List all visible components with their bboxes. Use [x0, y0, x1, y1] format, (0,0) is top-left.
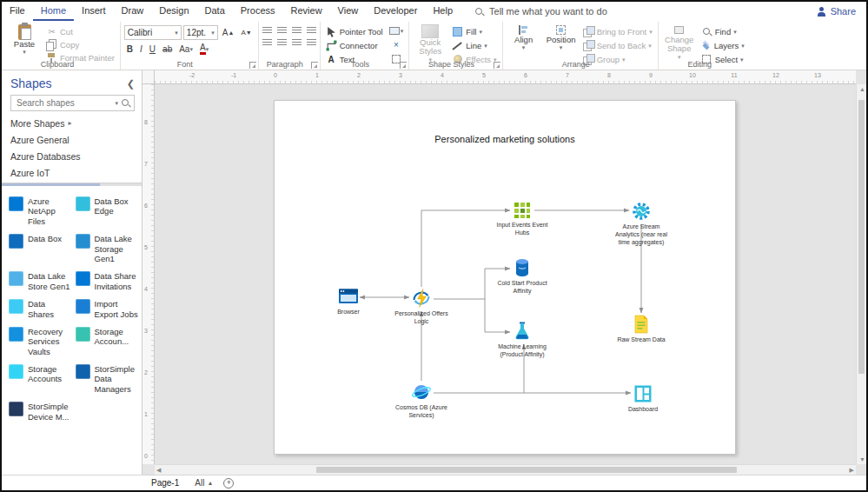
ribbon-group-editing: Change Shape ▾ Find▾ Layers▾ Select▾ Edi…: [659, 22, 750, 70]
tab-draw[interactable]: Draw: [114, 2, 152, 21]
stencil-more-shapes[interactable]: More Shapes▸: [2, 115, 142, 131]
fill-button[interactable]: Fill▾: [450, 25, 498, 37]
align-bottom-icon[interactable]: [292, 39, 301, 47]
align-right-icon[interactable]: [292, 27, 301, 35]
font-color-button[interactable]: A▾: [197, 43, 211, 56]
tab-design[interactable]: Design: [151, 2, 196, 21]
search-scope-caret-icon[interactable]: ▾: [115, 100, 118, 106]
change-shape-icon: [674, 26, 684, 34]
cut-button[interactable]: ✂Cut: [44, 25, 116, 37]
tab-help[interactable]: Help: [425, 2, 461, 21]
shape-item[interactable]: Data Lake Store Gen1: [9, 271, 74, 291]
position-button[interactable]: Position ▾: [544, 23, 579, 51]
bullets-icon[interactable]: [307, 27, 316, 35]
shape-styles-dialog-launcher[interactable]: [494, 62, 500, 69]
share-button[interactable]: Share: [817, 2, 866, 21]
rectangle-tool-button[interactable]: ▾: [388, 25, 406, 37]
all-pages-button[interactable]: All ▲: [195, 478, 213, 488]
text-rotate-icon[interactable]: [307, 39, 316, 47]
shape-item[interactable]: Data Lake Storage Gen1: [76, 234, 141, 263]
node-personalized-offers-logic[interactable]: Personalized Offers Logic: [391, 288, 452, 326]
vertical-scrollbar[interactable]: ▲ ▼: [856, 84, 866, 464]
shape-item[interactable]: StorSimple Data Managers: [76, 364, 141, 394]
node-raw-stream-data[interactable]: Raw Stream Data: [611, 314, 672, 344]
page-tab-page-1[interactable]: Page-1: [146, 475, 184, 490]
shape-search-icon[interactable]: [121, 98, 130, 108]
underline-button[interactable]: U: [147, 43, 158, 56]
tab-developer[interactable]: Developer: [366, 2, 425, 21]
tab-review[interactable]: Review: [283, 2, 330, 21]
ruler-label: -1: [231, 72, 236, 78]
tab-view[interactable]: View: [330, 2, 367, 21]
shape-item[interactable]: Import Export Jobs: [76, 299, 141, 319]
node-cosmos-db[interactable]: Cosmos DB (Azure Services): [391, 382, 452, 420]
paragraph-dialog-launcher[interactable]: [311, 62, 318, 69]
add-page-button[interactable]: +: [223, 478, 234, 489]
layers-button[interactable]: Layers▾: [699, 39, 746, 51]
change-shape-button[interactable]: Change Shape ▾: [662, 23, 697, 61]
pointer-tool-button[interactable]: Pointer Tool: [324, 25, 385, 37]
paste-button[interactable]: Paste ▾: [7, 23, 42, 56]
shape-icon: [76, 196, 90, 211]
align-left-icon[interactable]: [262, 27, 272, 35]
align-button[interactable]: Align ▾: [507, 23, 541, 51]
horizontal-scrollbar[interactable]: ◀ ▶: [155, 464, 856, 475]
shape-item[interactable]: StorSimple Device M...: [9, 402, 74, 422]
shape-item[interactable]: Data Box Edge: [76, 196, 141, 226]
shape-search-input[interactable]: [15, 97, 112, 109]
shape-item[interactable]: Data Box: [9, 234, 74, 263]
align-middle-icon[interactable]: [277, 39, 287, 47]
node-azure-stream-analytics[interactable]: Azure Stream Analytics (near real time a…: [611, 201, 672, 246]
copy-button[interactable]: Copy: [44, 38, 116, 50]
connection-point-button[interactable]: ×: [388, 39, 406, 50]
shrink-font-button[interactable]: A▼: [238, 26, 254, 39]
tab-process[interactable]: Process: [233, 2, 283, 21]
tab-insert[interactable]: Insert: [74, 2, 114, 21]
shape-grid: Azure NetApp FilesData Box EdgeData BoxD…: [2, 186, 142, 422]
shape-item[interactable]: Storage Accounts: [9, 364, 74, 394]
page[interactable]: Personalized marketing solutions Browser…: [274, 100, 736, 455]
find-button[interactable]: Find▾: [699, 25, 746, 37]
font-dialog-launcher[interactable]: [249, 62, 256, 69]
strikethrough-button[interactable]: ab: [160, 43, 175, 56]
font-family-combo[interactable]: Calibri▾: [124, 25, 182, 40]
horizontal-scrollbar-thumb[interactable]: [316, 467, 737, 473]
align-center-icon[interactable]: [277, 27, 287, 35]
grow-font-button[interactable]: A▲: [220, 26, 237, 39]
search-icon: [474, 7, 484, 17]
vertical-scrollbar-thumb[interactable]: [858, 100, 865, 374]
node-machine-learning-product-affinity[interactable]: Machine Learning (Product Affinity): [492, 321, 553, 359]
line-button[interactable]: Line▾: [450, 39, 498, 51]
bold-button[interactable]: B: [124, 43, 136, 56]
tab-home[interactable]: Home: [33, 2, 74, 21]
collapse-panel-icon[interactable]: ❮: [127, 78, 135, 90]
italic-button[interactable]: I: [137, 43, 145, 56]
diagram-title: Personalized marketing solutions: [275, 134, 735, 144]
node-input-events-event-hubs[interactable]: Input Events Event Hubs: [492, 199, 553, 237]
node-dashboard[interactable]: Dashboard: [613, 383, 673, 414]
quick-styles-icon: [421, 24, 439, 38]
tell-me-box[interactable]: Tell me what you want to do: [474, 2, 607, 21]
shape-item[interactable]: Data Shares: [9, 299, 74, 319]
tab-file[interactable]: File: [2, 2, 33, 21]
drawing-surface[interactable]: Personalized marketing solutions Browser…: [155, 84, 856, 464]
bring-to-front-button[interactable]: Bring to Front▾: [581, 25, 654, 37]
shape-item[interactable]: Recovery Services Vaults: [9, 327, 74, 356]
stencil-azure-databases[interactable]: Azure Databases: [2, 148, 142, 164]
tools-dialog-launcher[interactable]: [400, 62, 407, 69]
shape-item[interactable]: Storage Accoun...: [76, 327, 141, 356]
align-top-icon[interactable]: [262, 39, 272, 47]
connector-tool-button[interactable]: Connector: [324, 39, 385, 51]
quick-styles-button[interactable]: Quick Styles ▾: [413, 23, 447, 63]
arrange-group-label: Arrange: [503, 60, 649, 69]
change-case-button[interactable]: Aa▾: [176, 43, 195, 56]
font-size-combo[interactable]: 12pt.▾: [183, 25, 218, 40]
stencil-azure-general[interactable]: Azure General: [2, 131, 142, 148]
tab-data[interactable]: Data: [197, 2, 233, 21]
send-to-back-button[interactable]: Send to Back▾: [581, 39, 654, 51]
shape-item[interactable]: Azure NetApp Files: [9, 196, 74, 226]
shape-item[interactable]: Data Share Invitations: [76, 271, 141, 291]
node-cold-start-product-affinity[interactable]: Cold Start Product Affinity: [492, 257, 553, 296]
stencil-azure-iot[interactable]: Azure IoT: [2, 164, 142, 181]
node-browser[interactable]: Browser: [318, 286, 379, 316]
